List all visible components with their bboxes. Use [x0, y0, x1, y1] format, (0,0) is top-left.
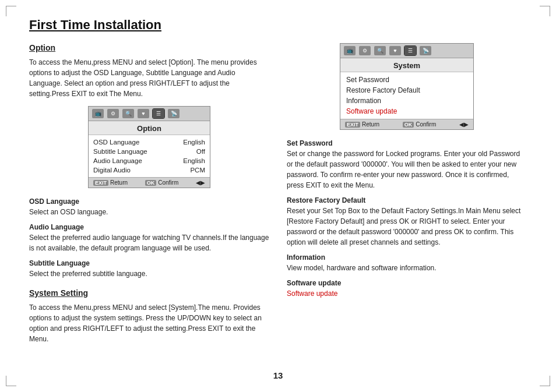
footer-exit: EXIT Return	[93, 179, 128, 186]
digital-audio-value: PCM	[190, 167, 205, 174]
sys-exit-key: EXIT	[345, 122, 360, 128]
option-menu-footer: EXIT Return OK Confirm ◀▶	[89, 177, 210, 188]
table-row-software-update: Software update	[346, 106, 467, 116]
software-update-desc: Software update	[287, 288, 527, 299]
audio-language-value: English	[183, 157, 205, 164]
table-row: Set Password	[346, 75, 467, 85]
page-title: First Time Installation	[29, 17, 527, 33]
option-section-desc: To access the Menu,press MENU and select…	[29, 57, 269, 99]
subtitle-language-section-title: Subtitle Language	[29, 259, 269, 267]
menu-icon-heart: ♥	[138, 109, 149, 118]
sys-footer-arrows: ◀▶	[459, 121, 469, 128]
sys-ok-key: OK	[403, 122, 414, 128]
option-menu-rows: OSD Language English Subtitle Language O…	[89, 135, 210, 177]
page-number: 13	[273, 370, 283, 380]
set-password-subsection: Set Password Set or change the password …	[287, 139, 527, 190]
subtitle-language-value: Off	[196, 148, 205, 155]
audio-language-section-title: Audio Language	[29, 223, 269, 231]
restore-factory-subsection: Restore Factory Default Reset your Set T…	[287, 196, 527, 248]
audio-language-subsection: Audio Language Select the preferred audi…	[29, 223, 269, 253]
sys-menu-icon-search: 🔍	[374, 46, 386, 55]
table-row: Restore Factory Default	[346, 85, 467, 96]
menu-icon-tv: 📺	[92, 109, 104, 118]
osd-language-subsection: OSD Language Select an OSD language.	[29, 197, 269, 217]
table-row: Subtitle Language Off	[93, 147, 205, 156]
sys-return-label: Return	[362, 121, 379, 128]
system-menu-box: 📺 ⚙ 🔍 ♥ ☰ 📡 System Set Password Restore …	[340, 43, 474, 130]
sys-footer-ok: OK Confirm	[403, 121, 437, 128]
sys-menu-icon-gear: ⚙	[359, 46, 371, 55]
system-section-title: System Setting	[29, 288, 269, 298]
subtitle-language-subsection: Subtitle Language Select the preferred s…	[29, 259, 269, 279]
sys-menu-icon-tv: 📺	[344, 46, 356, 55]
system-section-desc: To access the Menu,press MENU and select…	[29, 302, 269, 344]
osd-language-section-desc: Select an OSD language.	[29, 207, 269, 217]
osd-language-label: OSD Language	[93, 139, 139, 146]
table-row: Digital Audio PCM	[93, 165, 205, 175]
menu-icon-search: 🔍	[122, 109, 134, 118]
menu-icon-remote: 📡	[168, 109, 180, 118]
table-row: OSD Language English	[93, 137, 205, 147]
arrows-icon: ◀▶	[196, 179, 205, 186]
software-update-title: Software update	[287, 279, 527, 287]
software-update-subsection: Software update Software update	[287, 279, 527, 299]
exit-key: EXIT	[93, 180, 108, 186]
audio-language-label: Audio Language	[93, 157, 142, 164]
restore-factory-desc: Reset your Set Top Box to the Default Fa…	[287, 206, 527, 248]
table-row: Audio Language English	[93, 156, 205, 165]
information-title: Information	[287, 253, 527, 262]
sys-arrows-icon: ◀▶	[459, 121, 469, 128]
option-icons-bar: 📺 ⚙ 🔍 ♥ ☰ 📡	[89, 107, 210, 121]
subtitle-language-section-desc: Select the preferred subtitle language.	[29, 269, 269, 279]
table-row: Information	[346, 96, 467, 106]
audio-language-section-desc: Select the preferred audio language for …	[29, 232, 269, 253]
corner-tr	[540, 6, 550, 16]
system-icons-bar: 📺 ⚙ 🔍 ♥ ☰ 📡	[340, 44, 473, 58]
system-menu-footer: EXIT Return OK Confirm ◀▶	[340, 119, 473, 129]
corner-tl	[6, 6, 16, 16]
footer-arrows: ◀▶	[196, 179, 205, 186]
sys-menu-icon-settings-active: ☰	[404, 46, 416, 55]
system-menu-title: System	[340, 58, 473, 72]
left-column: Option To access the Menu,press MENU and…	[29, 43, 269, 351]
option-section-title: Option	[29, 43, 269, 52]
information-desc: View model, hardware and software inform…	[287, 263, 527, 273]
system-menu-rows: Set Password Restore Factory Default Inf…	[340, 72, 473, 119]
restore-factory-title: Restore Factory Default	[287, 196, 527, 204]
set-password-title: Set Password	[287, 139, 527, 147]
option-menu-title: Option	[89, 121, 210, 135]
system-setting-section: System Setting To access the Menu,press …	[29, 288, 269, 344]
sys-menu-icon-remote: 📡	[420, 46, 431, 55]
sys-confirm-label: Confirm	[416, 121, 436, 128]
digital-audio-label: Digital Audio	[93, 167, 131, 174]
set-password-desc: Set or change the password for Locked pr…	[287, 149, 527, 190]
subtitle-language-label: Subtitle Language	[93, 148, 147, 155]
right-column: 📺 ⚙ 🔍 ♥ ☰ 📡 System Set Password Restore …	[287, 43, 527, 351]
sys-menu-icon-heart: ♥	[389, 46, 401, 55]
corner-bl	[6, 376, 16, 386]
footer-ok: OK Confirm	[145, 179, 179, 186]
menu-icon-gear: ⚙	[107, 109, 119, 118]
information-subsection: Information View model, hardware and sof…	[287, 253, 527, 273]
confirm-label: Confirm	[158, 179, 178, 186]
menu-icon-settings-active: ☰	[153, 109, 164, 118]
option-menu-box: 📺 ⚙ 🔍 ♥ ☰ 📡 Option OSD Language	[88, 106, 210, 188]
ok-key: OK	[145, 180, 157, 186]
osd-language-value: English	[183, 139, 205, 146]
corner-br	[540, 376, 550, 386]
osd-language-section-title: OSD Language	[29, 197, 269, 206]
return-label: Return	[110, 179, 128, 186]
sys-footer-exit: EXIT Return	[345, 121, 379, 128]
